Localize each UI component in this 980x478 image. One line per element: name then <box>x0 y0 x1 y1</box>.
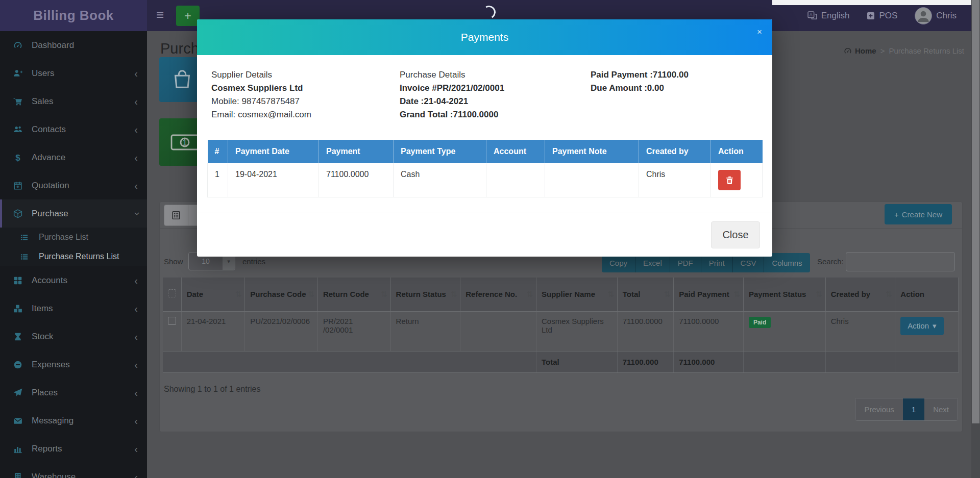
entries-select-value: 10 <box>189 257 223 265</box>
sidebar-item-stock[interactable]: Stock ‹ <box>0 322 147 350</box>
pay-header-account: Account <box>486 140 545 163</box>
column-header-total[interactable]: Total⇅ <box>617 278 674 311</box>
create-new-button[interactable]: + Create New <box>885 204 952 224</box>
pagination-previous[interactable]: Previous <box>855 398 902 420</box>
menu-toggle-icon[interactable]: ≡ <box>156 7 164 22</box>
column-header-reference-no[interactable]: Reference No.⇅ <box>460 278 536 311</box>
chevron-left-icon: ‹ <box>134 153 138 163</box>
chevron-left-icon: ‹ <box>134 181 138 191</box>
sort-icon: ⇅ <box>308 290 314 299</box>
sidebar-item-places[interactable]: Places ‹ <box>0 379 147 407</box>
sidebar-item-warehouse[interactable]: Warehouse ‹ <box>0 463 147 478</box>
pay-cell-payment: 71100.0000 <box>319 163 394 197</box>
cubes-icon <box>13 304 29 313</box>
scrollbar-thumb[interactable] <box>972 0 979 423</box>
supplier-details: Supplier Details Cosmex Suppliers Ltd Mo… <box>211 68 311 121</box>
app-brand[interactable]: Billing Book <box>0 0 147 31</box>
grid-icon <box>13 276 29 285</box>
language-menu[interactable]: A English <box>807 11 850 21</box>
sidebar-item-quotation[interactable]: Quotation ‹ <box>0 171 147 199</box>
payments-table: # Payment Date Payment Payment Type Acco… <box>207 140 763 197</box>
gauge-icon <box>13 41 29 50</box>
sidebar-item-advance[interactable]: $ Advance ‹ <box>0 143 147 171</box>
sidebar-item-dashboard[interactable]: Dashboard <box>0 31 147 59</box>
gauge-icon <box>844 47 852 55</box>
supplier-email: Email: cosmex@mail.com <box>211 108 311 121</box>
chevron-left-icon: ‹ <box>134 444 138 454</box>
cart-icon <box>13 97 29 106</box>
user-name: Chris <box>936 11 957 21</box>
hourglass-icon <box>13 332 29 341</box>
list-icon <box>20 253 36 261</box>
footer-total-value: 71100.000 <box>617 351 674 372</box>
sort-icon: ⇅ <box>816 290 822 299</box>
sidebar-item-expenses[interactable]: Expenses ‹ <box>0 350 147 379</box>
table-row: 21-04-2021 PU/2021/02/0006 PR/2021 /02/0… <box>163 311 959 351</box>
column-header-payment-status[interactable]: Payment Status⇅ <box>743 278 825 311</box>
footer-paid-value: 71100.000 <box>674 351 744 372</box>
pay-cell-index: 1 <box>208 163 228 197</box>
pagination: Previous 1 Next <box>855 398 958 421</box>
breadcrumb-home[interactable]: Home <box>844 46 876 55</box>
column-header-date[interactable]: Date⇅ <box>181 278 245 311</box>
sidebar-item-items[interactable]: Items ‹ <box>0 294 147 322</box>
quick-add-button[interactable]: + <box>176 6 200 26</box>
calendar-plus-icon <box>13 181 29 190</box>
pos-button[interactable]: POS <box>867 11 897 21</box>
sidebar-nav: Dashboard Users ‹ Sales ‹ Contacts ‹ $ A… <box>0 31 147 478</box>
paper-plane-icon <box>13 388 29 397</box>
purchase-returns-table: Date⇅ Purchase Code⇅ Return Code⇅ Return… <box>163 278 959 373</box>
sidebar-item-messaging[interactable]: Messaging ‹ <box>0 407 147 435</box>
row-action-button[interactable]: Action ▾ <box>900 317 943 335</box>
paid-payment: Paid Payment :71100.00 <box>591 68 689 82</box>
sidebar-item-purchase-returns-list[interactable]: Purchase Returns List <box>0 247 147 266</box>
column-header-created-by[interactable]: Created by⇅ <box>825 278 895 311</box>
pay-cell-payment-note <box>545 163 639 197</box>
purchase-grand-total: Grand Total :71100.0000 <box>400 108 504 121</box>
purchase-details: Purchase Details Invoice #PR/2021/02/000… <box>400 68 504 121</box>
breadcrumb-current: Purchase Returns List <box>889 46 964 55</box>
svg-text:1: 1 <box>183 138 187 146</box>
pay-header-created-by: Created by <box>639 140 711 163</box>
close-button[interactable]: Close <box>711 221 760 248</box>
breadcrumb-separator: > <box>880 46 885 55</box>
list-icon <box>20 234 36 241</box>
show-label: Show <box>164 257 183 266</box>
column-header-supplier-name[interactable]: Supplier Name⇅ <box>536 278 617 311</box>
pay-cell-account <box>486 163 545 197</box>
cell-supplier-name: Cosmex Suppliers Ltd <box>536 311 617 351</box>
entries-label: entries <box>242 257 265 266</box>
payments-modal: Payments × Supplier Details Cosmex Suppl… <box>197 19 772 257</box>
sidebar-item-purchase-list[interactable]: Purchase List <box>0 228 147 247</box>
sort-icon: ⇅ <box>886 290 892 299</box>
column-header-paid-payment[interactable]: Paid Payment⇅ <box>674 278 744 311</box>
chevron-left-icon: ‹ <box>134 275 138 286</box>
chevron-left-icon: ‹ <box>134 388 138 398</box>
users-group-icon <box>13 125 29 134</box>
delete-payment-button[interactable] <box>718 170 741 190</box>
row-checkbox[interactable] <box>168 317 176 325</box>
sidebar-item-sales[interactable]: Sales ‹ <box>0 87 147 115</box>
user-menu[interactable]: Chris <box>915 7 957 24</box>
column-header-action: Action <box>895 278 959 311</box>
page-scrollbar[interactable] <box>971 0 980 478</box>
sidebar-item-users[interactable]: Users ‹ <box>0 59 147 87</box>
column-header-return-status[interactable]: Return Status⇅ <box>390 278 460 311</box>
column-header-return-code[interactable]: Return Code⇅ <box>317 278 390 311</box>
dollar-icon: $ <box>13 153 29 162</box>
sidebar-item-purchase[interactable]: Purchase ‹ <box>0 199 147 228</box>
plus-square-icon <box>867 12 875 20</box>
chevron-left-icon: ‹ <box>134 96 138 107</box>
payment-summary: Paid Payment :71100.00 Due Amount :0.00 <box>591 68 689 95</box>
sidebar-item-contacts[interactable]: Contacts ‹ <box>0 115 147 143</box>
shopping-bag-icon <box>170 68 194 91</box>
pagination-next[interactable]: Next <box>924 398 958 420</box>
column-header-purchase-code[interactable]: Purchase Code⇅ <box>245 278 318 311</box>
select-all-checkbox[interactable] <box>168 289 176 297</box>
table-view-button[interactable] <box>164 205 188 226</box>
sidebar-item-reports[interactable]: Reports ‹ <box>0 435 147 463</box>
close-icon[interactable]: × <box>757 28 762 36</box>
pagination-page-1[interactable]: 1 <box>903 398 924 420</box>
sidebar-item-accounts[interactable]: Accounts ‹ <box>0 266 147 294</box>
search-input[interactable] <box>846 252 955 271</box>
